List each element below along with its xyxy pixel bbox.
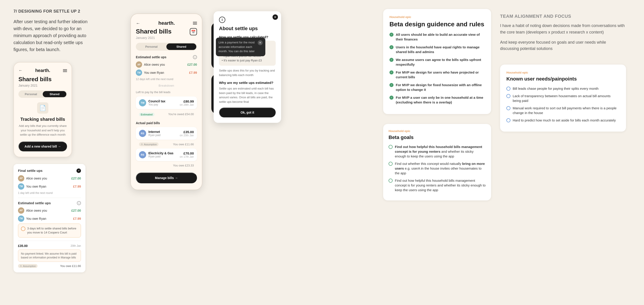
info-icon-large[interactable]: i (193, 55, 197, 59)
manage-bills-button[interactable]: Manage bills → (136, 172, 197, 183)
team-alignment-section: TEAM ALIGNMENT AND FOCUS I have a habit … (500, 9, 626, 60)
est-section-title: Estimated settle ups (136, 55, 166, 59)
settle-card: Final settle ups ✓ AP Alice owes you £27… (14, 164, 86, 272)
small-phone-mockup: ← hearth. Shared bills January 2021 Pers… (14, 62, 72, 157)
tooltip-desc1: Settle ups does this for you by tracking… (219, 68, 276, 77)
council-tax-item: TW Council tax You pay £80.99 on 28th Ja… (136, 96, 197, 109)
beta-goals-title: Beta goals (388, 134, 486, 140)
large-phone-title: Shared bills (136, 28, 172, 35)
alice-est-label: Alice owes you (26, 209, 47, 212)
mp-close-icon[interactable]: ✕ (258, 40, 263, 45)
tab-shared-large[interactable]: Shared (166, 44, 196, 50)
info-icon-small[interactable]: i (77, 201, 81, 205)
council-name: Council tax (148, 100, 180, 103)
internet-amount: £35.00 (180, 130, 194, 134)
menu-icon (63, 69, 67, 72)
you-owe-label: You owe £11.66 (60, 264, 81, 268)
council-payer: You pay (148, 103, 180, 106)
tracking-title: Tracking shared bills (18, 117, 67, 122)
calendar-icon: 📅 (190, 28, 197, 35)
assumption-badge: ⚠ Assumption (18, 264, 38, 268)
beta-item-5: For MVP a user can only be in one househ… (390, 95, 485, 104)
large-phone-mockup: ← hearth. Shared bills 📅 January 2021 Pe… (130, 14, 202, 190)
tooltip-q2: Why are my settle ups estimated? (219, 81, 276, 84)
needs-item-2: Manual work required to sort out bill pa… (506, 106, 620, 115)
tooltip-card: ✕ i About settle ups How are settle ups … (214, 11, 281, 123)
council-tooltip: ✕ Link a payment for the most accurate i… (216, 38, 265, 56)
council-amount: £80.99 (180, 100, 194, 103)
breakdown-label: Breakdown (136, 84, 197, 87)
bill-date-label: 20th Jan (70, 244, 81, 248)
alice-owes-label: Alice owes you (26, 176, 47, 180)
ryan-owes-label-final: You owe Ryan (26, 185, 46, 188)
beta-design-card: Household epic Beta design guidence and … (383, 9, 491, 114)
beta-item-0: All users should be able to build an acc… (390, 32, 485, 42)
tab-personal-large[interactable]: Personal (136, 44, 166, 50)
electricity-payer: Ryan paid (148, 155, 180, 158)
avatar-ryan-final: TW (18, 183, 24, 190)
known-user-needs-card: Household epic Known user needs/painpoin… (500, 64, 626, 131)
ryan-est-amount: £7.99 (73, 217, 81, 220)
goals-item-0: Find out how helpful this household bill… (388, 144, 486, 158)
avatar-rs-internet: RS (139, 130, 146, 137)
internet-date: on 20th Jan (180, 134, 194, 137)
beta-item-2: We assume users can agree to the bills s… (390, 57, 485, 67)
team-text-1: I have a habit of noting down decisions … (500, 22, 626, 36)
alice-amount: £27.00 (71, 176, 81, 180)
internet-item: RS Internet Ryan paid £35.00 on 20th Jan (136, 127, 197, 140)
known-needs-title: Known user needs/painpoints (506, 76, 620, 82)
menu-icon-large (193, 22, 197, 24)
goals-item-1: Find out whether this concept would natu… (388, 161, 486, 176)
internet-you-owe: You owe £11.66 (173, 142, 194, 146)
actual-paid-title: Actual paid bills (136, 121, 197, 125)
avatar-alice: AP (18, 175, 24, 182)
tracking-desc: Add any bills that you currently share y… (18, 124, 67, 137)
alice-large-amount: £27.00 (187, 63, 197, 66)
tooltip-info-icon: i (219, 17, 225, 23)
needs-item-0: Bill leads chase people for paying their… (506, 86, 620, 91)
electricity-item: RS Electricity & Gas Ryan paid £70.00 on… (136, 148, 197, 161)
phone-date: January 2021 (18, 84, 67, 87)
final-meta: 1 day left until the next round (18, 192, 81, 194)
avatar-rs-elec: RS (139, 151, 146, 158)
tooltip-desc2: Settle ups are estimated until each bill… (219, 86, 276, 104)
brand-logo: hearth. (35, 68, 50, 73)
beta-design-title: Beta design guidence and rules (390, 20, 485, 28)
epic-label-beta: Household epic (390, 15, 485, 19)
estimated-settle-title: Estimated settle ups (18, 201, 51, 205)
tab-shared[interactable]: Shared (43, 91, 66, 97)
team-alignment-title: TEAM ALIGNMENT AND FOCUS (500, 14, 626, 19)
alice-large-label: Alice owes you (144, 63, 187, 66)
internet-name: Internet (148, 130, 180, 134)
brand-logo-large: hearth. (158, 20, 175, 26)
avatar-ryan-large: TW (136, 70, 142, 76)
council-owed: You're owed £54.00 (168, 112, 194, 116)
ok-got-it-button[interactable]: Ok, got it (219, 108, 276, 118)
tooltip-close-icon[interactable]: ✕ (272, 14, 278, 20)
beta-goals-card: Household epic Beta goals Find out how h… (383, 124, 491, 200)
phone-title: Shared bills (18, 76, 67, 83)
section-desc: After user testing and further ideation … (14, 18, 90, 53)
assumption-note: No payment linked. We assume this bill i… (18, 250, 81, 262)
internet-payer: Ryan paid (148, 134, 180, 137)
avatar-ryan-est: TW (18, 216, 24, 222)
avatar-tw-council: TW (139, 99, 146, 106)
epic-label-needs: Household epic (506, 71, 620, 74)
bill-lead-label: Left to pay by the bill leads (136, 90, 197, 94)
back-icon-large: ← (136, 21, 140, 26)
alice-est-amount: £27.00 (71, 209, 81, 212)
epic-label-goals: Household epic (388, 129, 486, 133)
add-shared-bill-button[interactable]: Add a new shared bill → (18, 142, 67, 152)
needs-item-1: Lack of transparency between housemates … (506, 94, 620, 103)
beta-item-4: For MVP we design for fixed housesize wi… (390, 82, 485, 92)
avatar-alice-est: AP (18, 208, 24, 214)
bill-amount-label: £35.00 (18, 244, 28, 248)
large-phone-date: January 2021 (136, 36, 197, 40)
back-icon: ← (18, 68, 22, 73)
electricity-name: Electricity & Gas (148, 152, 180, 155)
internet-assumption-tag: ⚠ Assumption (139, 142, 158, 146)
tab-personal[interactable]: Personal (19, 91, 43, 97)
days-note-large: 12 days left until the next round (136, 78, 197, 81)
ryan-amount-final: £7.99 (73, 185, 81, 188)
ryan-large-label: You owe Ryan (144, 71, 189, 74)
